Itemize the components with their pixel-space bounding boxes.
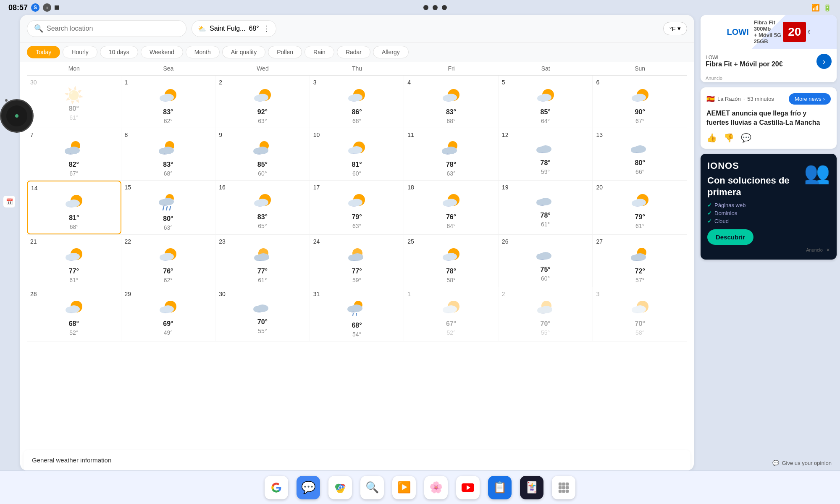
day-cell-4-4[interactable]: 1 67° 52° [404, 287, 499, 341]
day-cell-0-4[interactable]: 4 83° 68° [404, 76, 499, 128]
taskbar-google[interactable] [265, 476, 288, 499]
day-cell-0-3[interactable]: 3 86° 68° [310, 76, 404, 128]
weather-icon [347, 299, 366, 320]
day-cell-0-0[interactable]: 30 ☀️ 80° 61° [27, 76, 121, 128]
day-cell-4-1[interactable]: 29 69° 49° [121, 287, 216, 341]
tab-month[interactable]: Month [186, 46, 220, 58]
tab-hourly[interactable]: Hourly [63, 46, 97, 58]
svg-point-99 [443, 255, 449, 260]
day-cell-3-3[interactable]: 24 77° 59° [310, 235, 404, 287]
day-cell-0-2[interactable]: 2 92° 63° [215, 76, 310, 128]
day-cell-2-5[interactable]: 19 78° 61° [499, 181, 593, 234]
ad-arrow-button[interactable]: › [816, 54, 832, 69]
day-cell-0-1[interactable]: 1 83° 62° [121, 76, 216, 128]
temp-high: 92° [257, 108, 268, 116]
day-cell-2-6[interactable]: 20 79° 61° [593, 181, 687, 234]
search-input[interactable] [47, 25, 179, 32]
day-cell-3-2[interactable]: 23 77° 61° [215, 235, 310, 287]
day-cell-1-6[interactable]: 13 80° 66° [593, 128, 687, 180]
tab-weekend[interactable]: Weekend [141, 46, 183, 58]
day-cell-3-6[interactable]: 27 72° 57° [593, 235, 687, 287]
status-icon-s: S [31, 3, 39, 12]
taskbar-grid[interactable]: 📋 [488, 476, 512, 499]
day-num: 19 [502, 184, 509, 191]
day-num: 27 [596, 238, 603, 245]
day-cell-2-2[interactable]: 16 83° 65° [215, 181, 310, 234]
ad-card-ionos[interactable]: IONOS Con soluciones de primera ✓ Página… [701, 154, 837, 260]
day-cell-0-5[interactable]: 5 85° 64° [499, 76, 593, 128]
tab-air-quality[interactable]: Air quality [222, 46, 265, 58]
taskbar-chrome[interactable] [328, 476, 352, 499]
day-cell-1-3[interactable]: 10 81° 60° [310, 128, 404, 180]
ad-card-lowi[interactable]: LOWI Fibra Fit300Mb+ Móvil 5G25GB 20 € L… [701, 15, 837, 82]
day-cell-4-2[interactable]: 30 70° 55° [215, 287, 310, 341]
tab-rain[interactable]: Rain [304, 46, 334, 58]
week-rows-container: 30 ☀️ 80° 61° 1 83° 62° 2 92° 63° 3 [27, 76, 687, 341]
taskbar-card[interactable]: 🃏 [520, 476, 543, 499]
taskbar-lens[interactable]: 🔍 [360, 476, 384, 499]
thumbs-down-icon[interactable]: 👎 [724, 133, 734, 143]
day-cell-3-5[interactable]: 26 75° 60° [499, 235, 593, 287]
day-cell-4-5[interactable]: 2 70° 55° [499, 287, 593, 341]
weekday-label-sat: Sat [499, 65, 593, 72]
day-cell-4-6[interactable]: 3 70° 58° [593, 287, 687, 341]
day-cell-4-0[interactable]: 28 68° 52° [27, 287, 121, 341]
svg-point-79 [632, 200, 638, 206]
day-cell-4-3[interactable]: 31 68° 54° [310, 287, 404, 341]
status-icon-info: i [43, 3, 51, 12]
temp-high: 78° [541, 159, 551, 167]
day-tabs: TodayHourly10 daysWeekendMonthAir qualit… [20, 42, 694, 62]
day-num: 7 [30, 131, 34, 138]
ad2-cta-button[interactable]: Descubrir [707, 229, 753, 245]
day-cell-3-4[interactable]: 25 78° 58° [404, 235, 499, 287]
temp-unit-button[interactable]: °F ▾ [663, 22, 687, 35]
ad2-close-icon[interactable]: ✕ [826, 247, 830, 253]
comment-icon[interactable]: 💬 [741, 133, 751, 143]
svg-point-23 [632, 95, 638, 101]
weather-icon [159, 140, 177, 159]
day-cell-1-0[interactable]: 7 82° 67° [27, 128, 121, 180]
day-cell-1-2[interactable]: 9 85° 60° [215, 128, 310, 180]
day-cell-3-0[interactable]: 21 77° 61° [27, 235, 121, 287]
day-cell-1-1[interactable]: 8 83° 68° [121, 128, 216, 180]
taskbar-messages[interactable]: 💬 [297, 476, 320, 499]
tab-radar[interactable]: Radar [337, 46, 370, 58]
location-menu-icon[interactable]: ⋮ [262, 24, 270, 33]
svg-line-58 [163, 207, 164, 210]
taskbar-youtube[interactable] [456, 476, 480, 499]
tab-pollen[interactable]: Pollen [268, 46, 302, 58]
day-cell-1-4[interactable]: 11 78° 63° [404, 128, 499, 180]
tab-allergy[interactable]: Allergy [373, 46, 409, 58]
svg-point-95 [348, 255, 355, 261]
day-cell-2-1[interactable]: 15 80° 63° [121, 181, 216, 234]
location-chip[interactable]: ⛅ Saint Fulg... 68° ⋮ [192, 20, 276, 37]
thumbs-up-icon[interactable]: 👍 [706, 133, 717, 143]
day-num: 21 [30, 238, 37, 245]
temp-high: 70° [257, 318, 268, 326]
day-cell-2-4[interactable]: 18 76° 64° [404, 181, 499, 234]
taskbar-play[interactable]: ▶️ [392, 476, 416, 499]
day-num: 15 [125, 184, 131, 191]
day-cell-1-5[interactable]: 12 78° 59° [499, 128, 593, 180]
day-cell-2-3[interactable]: 17 79° 63° [310, 181, 404, 234]
taskbar-apps[interactable] [552, 476, 575, 499]
search-input-wrap[interactable]: 🔍 [27, 20, 186, 37]
temp-high: 83° [446, 108, 456, 116]
more-news-button[interactable]: More news › [789, 93, 831, 105]
day-cell-0-6[interactable]: 6 90° 67° [593, 76, 687, 128]
day-num: 10 [313, 131, 320, 138]
calendar-icon-widget[interactable]: 📅 [3, 196, 15, 207]
weather-icon [631, 140, 649, 158]
tab-today[interactable]: Today [27, 46, 60, 58]
temp-high: 78° [541, 212, 551, 219]
svg-rect-143 [562, 482, 565, 485]
temp-low: 66° [635, 168, 644, 175]
ad-badge: 20 [783, 22, 806, 42]
opinion-bar[interactable]: 💬 Give us your opinion [772, 460, 832, 466]
svg-point-127 [443, 307, 449, 313]
tab-10-days[interactable]: 10 days [100, 46, 138, 58]
week-row-1: 7 82° 67° 8 83° 68° 9 85° [27, 128, 687, 181]
day-cell-2-0[interactable]: 14 81° 68° [27, 181, 121, 234]
day-cell-3-1[interactable]: 22 76° 62° [121, 235, 216, 287]
taskbar-photos[interactable]: 🌸 [424, 476, 448, 499]
